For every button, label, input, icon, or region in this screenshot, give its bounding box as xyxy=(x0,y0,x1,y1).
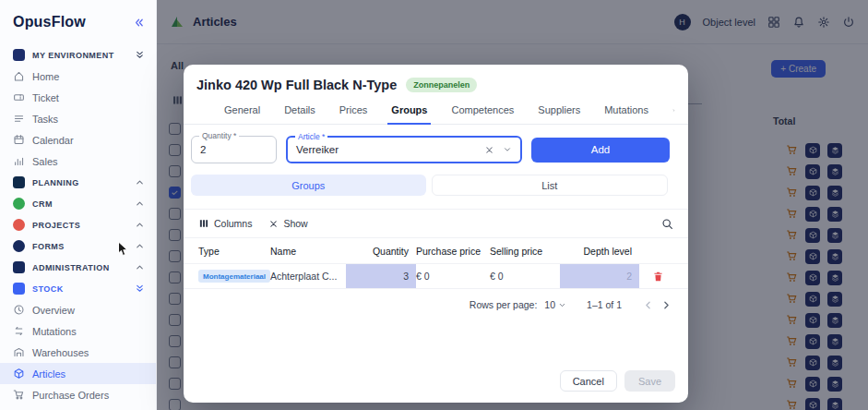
section-label: STOCK xyxy=(32,284,64,294)
tab-suppliers[interactable]: Suppliers xyxy=(538,96,580,124)
sidebar-item-mutations[interactable]: Mutations xyxy=(0,320,156,342)
view-toggle: Groups List xyxy=(184,171,688,205)
chevron-double-down-icon[interactable] xyxy=(135,283,145,294)
sidebar-item-ticket[interactable]: Ticket xyxy=(0,87,156,108)
sidebar-section-forms[interactable]: FORMS xyxy=(0,235,156,257)
article-field-adornments xyxy=(484,145,512,155)
columns-button[interactable]: Columns xyxy=(198,218,252,229)
show-button[interactable]: Show xyxy=(268,218,307,229)
sidebar-section-administration[interactable]: ADMINISTRATION xyxy=(0,257,156,278)
cancel-button[interactable]: Cancel xyxy=(560,370,617,392)
sidebar-section-stock[interactable]: STOCK xyxy=(0,278,156,299)
cell-quantity[interactable]: 3 xyxy=(346,264,416,288)
forms-icon xyxy=(13,240,25,252)
tab-prices[interactable]: Prices xyxy=(339,96,368,124)
tabs-scroll-right-icon[interactable] xyxy=(672,104,675,116)
chevron-up-icon[interactable] xyxy=(135,262,145,272)
sidebar-item-warehouses[interactable]: Warehouses xyxy=(0,342,156,363)
next-page-button[interactable] xyxy=(657,295,675,314)
chevron-up-icon[interactable] xyxy=(135,177,145,187)
sidebar-item-label: Mutations xyxy=(32,326,77,337)
article-field[interactable]: Article * Verreiker xyxy=(286,136,522,163)
planning-icon xyxy=(13,176,25,188)
search-icon[interactable] xyxy=(661,218,673,230)
sidebar-item-tasks[interactable]: Tasks xyxy=(0,108,156,129)
sidebar-section-my-environment[interactable]: MY ENVIRONMENT xyxy=(0,44,156,66)
col-depth-level[interactable]: Depth level xyxy=(560,238,639,263)
chevron-up-icon[interactable] xyxy=(135,199,145,209)
rows-per-page-label: Rows per page: xyxy=(470,299,538,310)
previous-page-button[interactable] xyxy=(638,295,657,314)
cell-purchase-price: € 0 xyxy=(416,271,490,282)
col-selling-price[interactable]: Selling price xyxy=(490,246,560,257)
columns-label: Columns xyxy=(214,218,252,229)
cell-type: Montagemateriaal xyxy=(184,270,270,283)
section-label: FORMS xyxy=(32,242,65,251)
sidebar-item-label: Overview xyxy=(32,305,75,316)
rows-per-page-select[interactable]: 10 xyxy=(544,299,566,310)
save-button[interactable]: Save xyxy=(624,370,675,392)
show-label: Show xyxy=(283,218,307,229)
section-label: PLANNING xyxy=(32,178,79,187)
sidebar-item-label: Purchase Orders xyxy=(32,390,109,401)
toggle-list[interactable]: List xyxy=(432,175,669,196)
clock-icon xyxy=(13,304,25,316)
cell-name: Achterplaat C... xyxy=(270,271,346,282)
tab-groups[interactable]: Groups xyxy=(391,96,427,124)
sidebar-item-label: Tasks xyxy=(32,114,58,125)
logo-row: OpusFlow xyxy=(0,0,156,44)
sidebar-section-planning[interactable]: PLANNING xyxy=(0,172,156,193)
col-type[interactable]: Type xyxy=(198,246,270,257)
tab-general[interactable]: General xyxy=(224,96,260,124)
sidebar-item-label: Sales xyxy=(32,156,58,167)
tab-details[interactable]: Details xyxy=(284,96,315,124)
article-value: Verreiker xyxy=(296,144,339,155)
col-purchase-price[interactable]: Purchase price xyxy=(416,246,490,257)
dropdown-caret-icon[interactable] xyxy=(503,145,512,154)
sidebar-item-purchase-orders[interactable]: Purchase Orders xyxy=(0,384,156,405)
col-quantity[interactable]: Quantity xyxy=(346,238,416,263)
chevron-up-icon[interactable] xyxy=(135,241,145,251)
columns-icon xyxy=(198,218,209,229)
chevron-up-icon[interactable] xyxy=(135,220,145,230)
sidebar-item-label: Warehouses xyxy=(32,347,89,358)
stock-icon xyxy=(13,283,25,295)
sidebar-item-sales[interactable]: Sales xyxy=(0,151,156,172)
sidebar-item-label: Ticket xyxy=(32,92,59,103)
delete-trash-icon[interactable] xyxy=(652,271,664,283)
box-icon xyxy=(13,368,25,380)
cell-depth-level[interactable]: 2 xyxy=(560,264,639,288)
cell-actions xyxy=(639,271,676,283)
crm-icon xyxy=(13,198,25,210)
clear-icon[interactable] xyxy=(484,145,494,155)
sidebar-item-home[interactable]: Home xyxy=(0,66,156,87)
sidebar-section-crm[interactable]: CRM xyxy=(0,193,156,214)
sidebar-item-overview[interactable]: Overview xyxy=(0,299,156,320)
type-chip: Montagemateriaal xyxy=(198,270,270,283)
sidebar-item-label: Articles xyxy=(32,368,65,380)
opusflow-logo: OpusFlow xyxy=(13,14,86,30)
cart-icon xyxy=(13,389,25,401)
chevron-right-icon xyxy=(660,299,672,311)
sidebar-item-label: Calendar xyxy=(32,135,74,146)
tab-competences[interactable]: Competences xyxy=(451,96,514,124)
sales-chart-icon xyxy=(13,155,25,167)
sidebar-item-calendar[interactable]: Calendar xyxy=(0,129,156,151)
quantity-value: 2 xyxy=(200,144,206,155)
table-header-row: Type Name Quantity Purchase price Sellin… xyxy=(184,238,688,263)
section-label: ADMINISTRATION xyxy=(32,263,110,272)
tasks-icon xyxy=(13,113,25,125)
tab-mutations[interactable]: Mutations xyxy=(604,96,648,124)
add-button[interactable]: Add xyxy=(531,138,670,163)
col-name[interactable]: Name xyxy=(270,246,346,257)
rows-per-page-value: 10 xyxy=(544,299,555,310)
sidebar-section-projects[interactable]: PROJECTS xyxy=(0,214,156,235)
table-toolbar: Columns Show xyxy=(184,209,688,238)
toggle-groups[interactable]: Groups xyxy=(191,175,426,196)
sidebar-collapse-icon[interactable] xyxy=(133,17,145,29)
chevron-left-icon xyxy=(642,299,654,311)
home-icon xyxy=(13,70,25,82)
quantity-field[interactable]: Quantity * 2 xyxy=(191,136,277,163)
chevron-double-down-icon[interactable] xyxy=(135,50,145,60)
sidebar-item-articles[interactable]: Articles xyxy=(0,363,156,384)
